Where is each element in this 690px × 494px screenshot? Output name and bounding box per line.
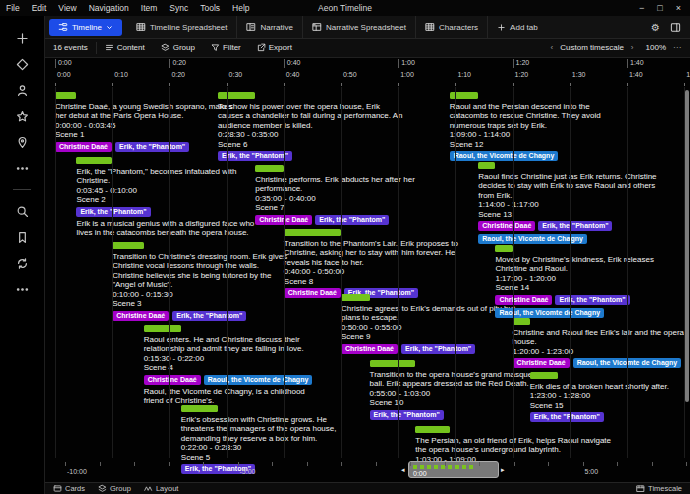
sidebar-more-icon[interactable] — [16, 281, 29, 297]
event-duration-bar[interactable] — [218, 92, 255, 99]
timeline-event[interactable]: Transition to the Phantom's Lair. Erik p… — [284, 229, 480, 299]
character-tag[interactable]: Erik, the "Phantom" — [555, 295, 629, 305]
timeline-event[interactable]: Transition to Christine's dressing room.… — [112, 242, 292, 321]
timeline-event[interactable]: Erik, the "Phantom," becomes infatuated … — [76, 157, 256, 238]
character-tag[interactable]: Erik, the "Phantom" — [401, 344, 475, 354]
event-duration-bar[interactable] — [370, 360, 416, 367]
ruler-minor-label: 0:00 — [57, 71, 71, 78]
group-button[interactable]: Group — [153, 43, 203, 52]
timescale-prev-button[interactable]: ‹ — [551, 43, 554, 52]
sidebar-bookmark-icon[interactable] — [16, 229, 29, 245]
character-tag[interactable]: Erik, the "Phantom" — [172, 311, 246, 321]
character-tag[interactable]: Raoul, the Vicomte de Chagny — [450, 151, 559, 161]
timeline-event[interactable]: Moved by Christine's kindness, Erik rele… — [495, 245, 675, 318]
add-tab-button[interactable]: Add tab — [488, 16, 547, 38]
timeline-event[interactable]: To show his power over the opera house, … — [218, 92, 406, 162]
timeline-event[interactable]: Raoul and the Persian descend into the c… — [450, 92, 630, 162]
vertical-scrollbar[interactable] — [685, 90, 689, 402]
event-description: Christine performs. Erik abducts her aft… — [255, 175, 435, 194]
character-tag[interactable]: Erik, the "Phantom" — [218, 151, 292, 161]
event-duration-bar[interactable] — [478, 162, 495, 169]
event-duration-bar[interactable] — [341, 294, 370, 301]
menu-item[interactable]: Item — [135, 3, 164, 13]
event-duration-bar[interactable] — [181, 405, 218, 412]
status-toggle-group[interactable]: Group — [98, 484, 131, 493]
export-button[interactable]: Export — [249, 43, 300, 52]
event-duration-bar[interactable] — [513, 318, 530, 325]
timescale-next-button[interactable]: › — [631, 43, 634, 52]
status-toggle-cards[interactable]: Cards — [53, 484, 85, 493]
sidebar-diamond-icon[interactable] — [16, 56, 29, 72]
menu-navigation[interactable]: Navigation — [83, 3, 135, 13]
event-duration-bar[interactable] — [495, 245, 512, 252]
sidebar-star-icon[interactable] — [16, 108, 29, 124]
character-tag[interactable]: Christine Daaé — [478, 221, 535, 231]
event-duration-bar[interactable] — [415, 426, 449, 433]
character-tag[interactable]: Erik, the "Phantom" — [315, 215, 389, 225]
timeline-event[interactable]: Erik dies of a broken heart shortly afte… — [530, 372, 690, 423]
timeline-navigator[interactable]: 0:00 -10:00-5:005:00◂▸ — [45, 460, 690, 482]
sidebar-sync-icon[interactable] — [16, 255, 29, 271]
sidebar-add-icon[interactable] — [16, 30, 29, 46]
tab-timeline[interactable]: Timeline — [49, 19, 122, 36]
character-tag[interactable]: Erik, the "Phantom" — [538, 221, 612, 231]
event-duration-bar[interactable] — [284, 229, 341, 236]
timeline-event[interactable]: Christine and Raoul flee Erik's lair and… — [513, 318, 690, 369]
maximize-button[interactable]: □ — [657, 0, 662, 16]
sidebar-search-icon[interactable] — [16, 203, 29, 219]
character-tag[interactable]: Christine Daaé — [341, 344, 398, 354]
navigator-thumb[interactable]: 0:00 — [408, 461, 499, 478]
character-tag[interactable]: Christine Daaé — [495, 295, 552, 305]
status-toggle-layout[interactable]: Layout — [144, 484, 179, 493]
character-tag[interactable]: Erik, the "Phantom" — [76, 207, 150, 217]
navigator-thumb-handle[interactable]: ◂ — [401, 466, 405, 474]
character-tag[interactable]: Christine Daaé — [144, 375, 201, 385]
character-tag[interactable]: Christine Daaé — [513, 358, 570, 368]
timeline-event[interactable]: Raoul enters. He and Christine discuss t… — [144, 325, 324, 406]
overflow-menu-button[interactable]: ⋯ — [673, 43, 682, 52]
minimize-button[interactable]: − — [639, 0, 644, 16]
timeline-event[interactable]: Christine performs. Erik abducts her aft… — [255, 165, 435, 225]
character-tag[interactable]: Christine Daaé — [112, 311, 169, 321]
tab-timeline-spreadsheet[interactable]: Timeline Spreadsheet — [127, 16, 238, 38]
timescale-label[interactable]: Custom timescale — [560, 43, 624, 52]
menu-sync[interactable]: Sync — [163, 3, 194, 13]
tab-narrative[interactable]: Narrative — [237, 16, 302, 38]
character-tag[interactable]: Christine Daaé — [284, 288, 341, 298]
menu-help[interactable]: Help — [226, 3, 255, 13]
menu-tools[interactable]: Tools — [194, 3, 226, 13]
sidebar-pin-icon[interactable] — [16, 134, 29, 150]
character-tag[interactable]: Christine Daaé — [55, 142, 112, 152]
content-button[interactable]: Content — [97, 43, 153, 52]
menu-view[interactable]: View — [52, 3, 82, 13]
sidebar-person-icon[interactable] — [16, 82, 29, 98]
event-duration-bar[interactable] — [530, 372, 559, 379]
event-duration-bar[interactable] — [144, 325, 181, 332]
timeline-event[interactable]: Raoul finds Christine just as Erik retur… — [478, 162, 668, 245]
event-duration-bar[interactable] — [450, 92, 479, 99]
event-duration-bar[interactable] — [112, 242, 143, 249]
settings-icon[interactable]: ⚙ — [651, 22, 660, 33]
event-duration-bar[interactable] — [55, 92, 76, 99]
navigator-thumb-handle[interactable]: ▸ — [501, 466, 505, 474]
status-timescale-toggle[interactable]: Timescale — [636, 484, 682, 493]
event-duration-bar[interactable] — [76, 157, 112, 164]
filter-button[interactable]: Filter — [203, 43, 249, 52]
event-tags: Christine DaaéErik, the "Phantom" — [341, 344, 521, 354]
timeline-event[interactable]: Christine agrees to Erik's demands out o… — [341, 294, 521, 354]
character-tag[interactable]: Erik, the "Phantom" — [530, 412, 604, 422]
event-duration-bar[interactable] — [255, 165, 284, 172]
close-button[interactable]: × — [676, 0, 681, 16]
timeline-event[interactable]: Christine Daaé, a young Swedish soprano,… — [55, 92, 235, 152]
sidebar-more-icon[interactable] — [16, 160, 29, 176]
character-tag[interactable]: Raoul, the Vicomte de Chagny — [204, 375, 313, 385]
tab-characters[interactable]: Characters — [416, 16, 488, 38]
character-tag[interactable]: Erik, the "Phantom" — [115, 142, 189, 152]
panel-icon[interactable] — [670, 22, 681, 33]
menu-file[interactable]: File — [0, 3, 26, 13]
character-tag[interactable]: Erik, the "Phantom" — [370, 410, 444, 420]
zoom-level[interactable]: 100% — [646, 43, 666, 52]
timeline-canvas[interactable]: Christine Daaé, a young Swedish soprano,… — [45, 58, 690, 482]
tab-narrative-spreadsheet[interactable]: Narrative Spreadsheet — [303, 16, 416, 38]
menu-edit[interactable]: Edit — [26, 3, 53, 13]
